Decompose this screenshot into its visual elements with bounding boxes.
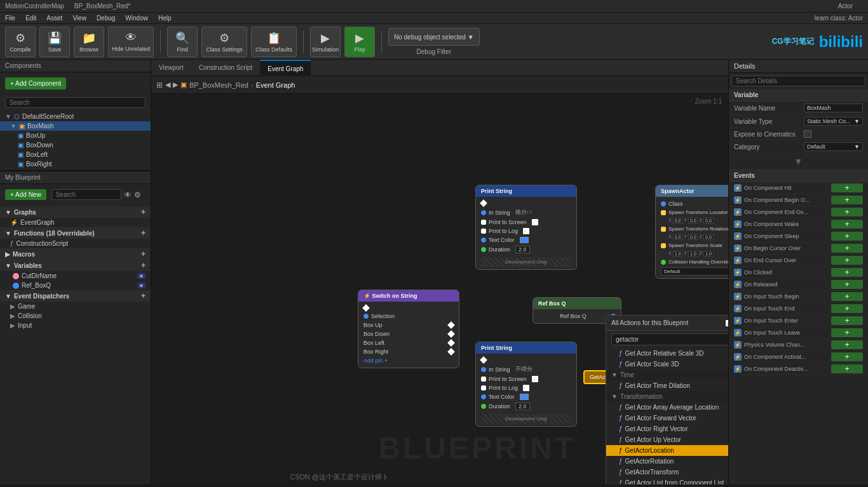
var-type-dropdown[interactable]: Static Mesh Co... ▼ — [804, 117, 863, 126]
print-log-checkbox[interactable]: ✓ — [523, 228, 529, 234]
action-item-complist[interactable]: ƒ Get Actor List from Component List — [606, 477, 728, 484]
tree-item-boxdown[interactable]: ▣ BoxDown — [0, 140, 151, 150]
event-add-pv[interactable]: + — [831, 340, 863, 349]
tab-construction[interactable]: Construction Script — [191, 60, 260, 76]
action-item-rotation[interactable]: ƒ GetActorRotation — [606, 456, 728, 467]
add-component-button[interactable]: + Add Component — [5, 77, 66, 90]
event-add-act[interactable]: + — [831, 352, 863, 361]
graphs-add-button[interactable]: + — [141, 208, 146, 217]
event-add-wake[interactable]: + — [831, 220, 863, 229]
switch-string-node[interactable]: ⚡ Switch on String Selection Box Up — [358, 290, 459, 368]
save-button[interactable]: 💾 Save — [39, 27, 70, 57]
print-screen-2-checkbox[interactable]: ✓ — [532, 376, 538, 382]
simulation-button[interactable]: ▶ Simulation — [310, 27, 341, 57]
menu-help[interactable]: Help — [158, 15, 172, 22]
nav-left-icon[interactable]: ◀ — [165, 81, 170, 89]
expose-checkbox[interactable] — [804, 130, 811, 138]
collision-dropdown[interactable]: Default ▼ — [661, 267, 728, 276]
component-search-input[interactable] — [5, 97, 146, 108]
class-defaults-button[interactable]: 📋 Class Defaults — [251, 27, 297, 57]
event-add-bc[interactable]: + — [831, 244, 863, 253]
menu-asset[interactable]: Asset — [46, 15, 62, 22]
event-add-deact[interactable]: + — [831, 364, 863, 373]
class-settings-button[interactable]: ⚙ Class Settings — [201, 27, 247, 57]
settings-icon[interactable]: ⚙ — [134, 190, 141, 199]
hide-unrelated-button[interactable]: 👁 Hide Unrelated — [108, 27, 154, 57]
tree-item-boxleft[interactable]: ▣ BoxLeft — [0, 150, 151, 159]
action-item-arrayavg[interactable]: ƒ Get Actor Array Average Location — [606, 402, 728, 413]
spawn-actor-node[interactable]: SpawnActor Class Return Value Spawn Tran… — [655, 185, 728, 279]
action-item-location[interactable]: ƒ GetActorLocation — [606, 445, 728, 456]
event-dispatchers-header[interactable]: ▼ Event Dispatchers + — [0, 290, 151, 302]
blueprint-search-input[interactable] — [51, 189, 121, 200]
event-add-begin[interactable]: + — [831, 196, 863, 204]
tree-item-default-scene-root[interactable]: ▼ ⬡ DefaultSceneRoot — [0, 112, 151, 121]
print-string-node-2[interactable]: Print String In String 不得分 Print to Scre… — [475, 342, 577, 427]
event-add-hit[interactable]: + — [831, 183, 863, 192]
var-item-cutdirname[interactable]: CutDirName ■ — [0, 271, 151, 281]
dispatcher-collision[interactable]: ▶ Collision — [0, 311, 151, 321]
event-add-sleep[interactable]: + — [831, 232, 863, 241]
functions-section-header[interactable]: ▼ Functions (18 Overridable) + — [0, 227, 151, 239]
context-cb-box[interactable]: ✓ — [726, 320, 728, 326]
action-search-input[interactable] — [611, 333, 728, 345]
print-string-node-1[interactable]: Print String In String 格分↑↑ Print to Scr… — [475, 185, 577, 270]
tree-item-boxright[interactable]: ▣ BoxRight — [0, 159, 151, 169]
compile-button[interactable]: ⚙ Compile — [5, 27, 36, 57]
dispatcher-input[interactable]: ▶ Input — [0, 321, 151, 330]
event-add-tb[interactable]: + — [831, 292, 863, 301]
event-add-tl[interactable]: + — [831, 328, 863, 337]
menu-view[interactable]: View — [72, 15, 86, 22]
find-button[interactable]: 🔍 Find — [167, 27, 198, 57]
cat-dropdown[interactable]: Default ▼ — [804, 142, 863, 151]
var-name-value[interactable]: BoxMash — [804, 103, 863, 112]
action-item-right[interactable]: ƒ Get Actor Right Vector — [606, 424, 728, 434]
action-item-forward[interactable]: ƒ Get Actor Forward Vector — [606, 413, 728, 424]
play-button[interactable]: ▶ Play — [344, 27, 375, 57]
var-item-refboxq[interactable]: Ref_BoxQ ■ — [0, 281, 151, 290]
text-color-swatch[interactable] — [520, 237, 529, 243]
event-add-ten[interactable]: + — [831, 316, 863, 325]
print-log-2-checkbox[interactable]: ✓ — [523, 385, 529, 391]
menu-edit[interactable]: Edit — [25, 15, 36, 22]
action-item-timedilation[interactable]: ƒ Get Actor Time Dilation — [606, 380, 728, 391]
macros-add-button[interactable]: + — [141, 250, 146, 258]
event-add-te[interactable]: + — [831, 304, 863, 313]
event-graph-item[interactable]: ⚡ EventGraph — [0, 218, 151, 227]
tree-item-boxmash[interactable]: ▼ ▣ BoxMash — [0, 121, 151, 131]
context-sensitive-checkbox[interactable]: ✓ Context Sensitive — [726, 319, 728, 326]
dispatcher-game[interactable]: ▶ Game — [0, 302, 151, 311]
graphs-section-header[interactable]: ▼ Graphs + — [0, 206, 151, 218]
tab-active[interactable]: BP_BoxMesh_Red* — [74, 3, 130, 10]
action-item-transform[interactable]: ƒ GetActorTransform — [606, 467, 728, 477]
action-item-actorscale[interactable]: ƒ Get Actor Scale 3D — [606, 359, 728, 370]
app-title[interactable]: MotionControllerMap — [5, 3, 64, 10]
blueprint-canvas[interactable]: Zoom 1:1 Print String In String 格分↑↑ — [151, 94, 728, 484]
add-pin-button[interactable]: Add pin + — [363, 356, 454, 365]
tab-viewport[interactable]: Viewport — [151, 60, 191, 76]
nav-back-icon[interactable]: ⊞ — [156, 81, 163, 90]
action-item-scale3d[interactable]: ƒ Get Actor Relative Scale 3D — [606, 348, 728, 359]
variables-section-header[interactable]: ▼ Variables + — [0, 260, 151, 271]
nav-right-icon[interactable]: ▶ — [173, 81, 178, 89]
tab-event-graph[interactable]: Event Graph — [260, 60, 311, 76]
menu-file[interactable]: File — [5, 15, 15, 22]
action-item-up[interactable]: ƒ Get Actor Up Vector — [606, 434, 728, 445]
event-add-cl[interactable]: + — [831, 268, 863, 277]
event-add-rel[interactable]: + — [831, 280, 863, 289]
print-screen-checkbox[interactable]: ✓ — [532, 219, 538, 225]
functions-add-button[interactable]: + — [141, 229, 146, 237]
debug-filter-dropdown[interactable]: No debug object selected ▼ — [388, 28, 480, 46]
macros-section-header[interactable]: ▶ Macros + — [0, 248, 151, 260]
add-new-button[interactable]: + Add New — [5, 189, 46, 200]
details-collapse[interactable]: ▼ — [729, 154, 868, 170]
text-color-2-swatch[interactable] — [520, 394, 529, 400]
event-add-end[interactable]: + — [831, 208, 863, 217]
menu-window[interactable]: Window — [125, 15, 148, 22]
menu-debug[interactable]: Debug — [97, 15, 115, 22]
eye-icon[interactable]: 👁 — [124, 190, 132, 199]
tree-item-boxup[interactable]: ▣ BoxUp — [0, 131, 151, 140]
browse-button[interactable]: 📁 Browse — [74, 27, 104, 57]
event-add-ec[interactable]: + — [831, 256, 863, 265]
dispatchers-add-button[interactable]: + — [141, 291, 146, 300]
